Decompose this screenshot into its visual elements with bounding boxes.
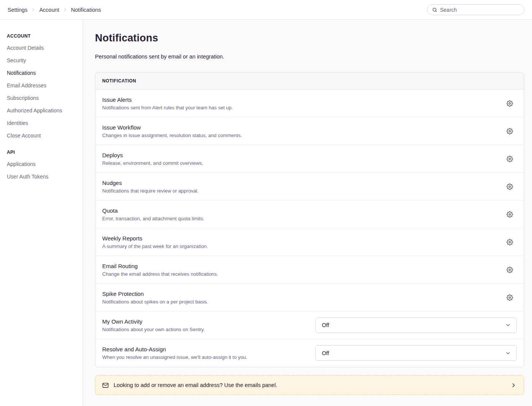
- panel-header: NOTIFICATION: [95, 73, 524, 90]
- row-title: Issue Alerts: [102, 96, 233, 103]
- sidebar-item[interactable]: Notifications: [7, 70, 76, 76]
- sidebar-item[interactable]: Security: [7, 57, 76, 63]
- notification-select[interactable]: Off: [315, 318, 517, 333]
- row-title: My Own Activity: [102, 318, 205, 325]
- row-title: Weekly Reports: [102, 235, 208, 242]
- notification-row: Spike Protection Notifications about spi…: [95, 284, 524, 311]
- breadcrumb: Settings Account Notifications: [8, 7, 101, 13]
- row-description: Notifications that require review or app…: [102, 188, 199, 194]
- notification-row: Quota Error, transaction, and attachment…: [95, 201, 524, 228]
- settings-gear-button[interactable]: [505, 154, 515, 164]
- settings-gear-button[interactable]: [505, 265, 515, 275]
- notification-row: Weekly Reports A summary of the past wee…: [95, 228, 524, 256]
- settings-gear-button[interactable]: [505, 237, 515, 247]
- chevron-down-icon: [505, 322, 511, 328]
- row-title: Deploys: [102, 152, 203, 158]
- breadcrumb-settings[interactable]: Settings: [8, 7, 27, 13]
- sidebar-section-account: ACCOUNT Account Details Security Notific…: [7, 33, 76, 139]
- sidebar-item[interactable]: Subscriptions: [7, 95, 76, 101]
- row-text: Issue Alerts Notifications sent from Ale…: [102, 96, 233, 111]
- row-description: Notifications about spikes on a per proj…: [102, 299, 208, 305]
- sidebar-section-title: ACCOUNT: [7, 33, 76, 39]
- select-value: Off: [322, 350, 329, 356]
- row-title: Quota: [102, 207, 204, 214]
- settings-sidebar: ACCOUNT Account Details Security Notific…: [0, 20, 83, 406]
- breadcrumb-notifications[interactable]: Notifications: [71, 7, 101, 13]
- search-icon: [432, 7, 437, 13]
- sidebar-section-title: API: [7, 150, 76, 155]
- row-description: Notifications about your own actions on …: [102, 327, 205, 332]
- row-text: My Own Activity Notifications about your…: [102, 318, 205, 332]
- row-title: Spike Protection: [102, 291, 208, 297]
- sidebar-item[interactable]: Close Account: [7, 133, 76, 139]
- row-title: Resolve and Auto-Assign: [102, 346, 247, 352]
- breadcrumb-account[interactable]: Account: [39, 7, 59, 13]
- sidebar-item[interactable]: Account Details: [7, 45, 76, 51]
- notification-row: Issue Workflow Changes in issue assignme…: [95, 117, 524, 145]
- main-content: Notifications Personal notifications sen…: [83, 20, 532, 406]
- sidebar-item[interactable]: Email Addresses: [7, 82, 76, 88]
- settings-gear-button[interactable]: [505, 126, 515, 136]
- chevron-right-icon: [63, 7, 68, 12]
- page-title: Notifications: [95, 32, 524, 44]
- notification-row: My Own Activity Notifications about your…: [95, 311, 524, 339]
- sidebar-item[interactable]: User Auth Tokens: [7, 174, 76, 180]
- row-text: Spike Protection Notifications about spi…: [102, 291, 208, 305]
- settings-gear-button[interactable]: [505, 293, 515, 302]
- chevron-right-icon: [31, 7, 36, 12]
- row-text: Weekly Reports A summary of the past wee…: [102, 235, 208, 249]
- row-description: Changes in issue assignment, resolution …: [102, 133, 242, 138]
- mail-icon: [102, 382, 109, 389]
- top-bar: Settings Account Notifications: [0, 0, 532, 20]
- notification-row: Nudges Notifications that require review…: [95, 173, 524, 201]
- sidebar-section-api: API Applications User Auth Tokens: [7, 150, 76, 180]
- sidebar-item[interactable]: Identities: [7, 120, 76, 126]
- row-text: Resolve and Auto-Assign When you resolve…: [102, 346, 247, 360]
- row-text: Issue Workflow Changes in issue assignme…: [102, 124, 242, 138]
- search-input[interactable]: [440, 7, 519, 13]
- notifications-panel: NOTIFICATION Issue Alerts Notifications …: [95, 72, 524, 367]
- sidebar-item[interactable]: Applications: [7, 161, 76, 167]
- row-description: Error, transaction, and attachment quota…: [102, 216, 204, 221]
- row-title: Nudges: [102, 180, 199, 186]
- notification-row: Resolve and Auto-Assign When you resolve…: [95, 339, 524, 367]
- banner-text: Looking to add or remove an email addres…: [114, 382, 277, 388]
- row-text: Quota Error, transaction, and attachment…: [102, 207, 204, 221]
- row-description: Notifications sent from Alert rules that…: [102, 105, 233, 111]
- settings-gear-button[interactable]: [505, 99, 515, 108]
- row-text: Deploys Release, environment, and commit…: [102, 152, 203, 166]
- notification-row: Issue Alerts Notifications sent from Ale…: [95, 90, 524, 117]
- notification-row: Deploys Release, environment, and commit…: [95, 145, 524, 173]
- chevron-down-icon: [505, 350, 511, 356]
- row-description: When you resolve an unassigned issue, we…: [102, 354, 247, 360]
- notification-row: Email Routing Change the email address t…: [95, 256, 524, 284]
- settings-page: Settings Account Notifications ACCOUNT A…: [0, 0, 532, 406]
- row-text: Email Routing Change the email address t…: [102, 263, 218, 277]
- row-title: Email Routing: [102, 263, 218, 269]
- page-description: Personal notifications sent by email or …: [95, 54, 524, 60]
- notification-select[interactable]: Off: [315, 345, 517, 361]
- sidebar-item[interactable]: Authorized Applications: [7, 107, 76, 114]
- chevron-right-icon: [510, 382, 517, 389]
- row-description: A summary of the past week for an organi…: [102, 243, 208, 249]
- row-description: Release, environment, and commit overvie…: [102, 160, 203, 166]
- row-description: Change the email address that receives n…: [102, 271, 218, 277]
- search-box[interactable]: [427, 4, 524, 15]
- select-value: Off: [322, 322, 329, 328]
- row-title: Issue Workflow: [102, 124, 242, 131]
- settings-gear-button[interactable]: [505, 210, 515, 219]
- row-text: Nudges Notifications that require review…: [102, 180, 199, 194]
- emails-panel-banner[interactable]: Looking to add or remove an email addres…: [95, 375, 524, 395]
- settings-gear-button[interactable]: [505, 182, 515, 191]
